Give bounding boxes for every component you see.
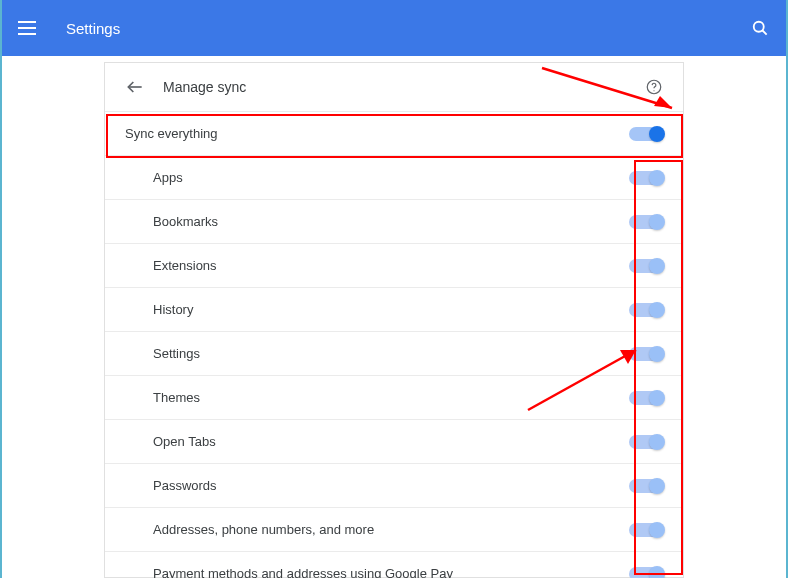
sync-item-label: Bookmarks [125, 214, 629, 229]
svg-point-0 [754, 22, 764, 32]
top-bar: Settings [2, 0, 786, 56]
history-toggle[interactable] [629, 303, 663, 317]
content-area: Manage sync Sync everything Apps Bookmar… [2, 56, 786, 578]
panel-header: Manage sync [105, 63, 683, 111]
addresses-toggle[interactable] [629, 523, 663, 537]
app-window: Settings Manage sync Sync everythin [0, 0, 788, 578]
sync-everything-row: Sync everything [105, 111, 683, 155]
app-title: Settings [66, 20, 750, 37]
sync-item-label: Addresses, phone numbers, and more [125, 522, 629, 537]
sync-item-label: Settings [125, 346, 629, 361]
bookmarks-toggle[interactable] [629, 215, 663, 229]
panel-title: Manage sync [163, 79, 645, 95]
themes-toggle[interactable] [629, 391, 663, 405]
apps-toggle[interactable] [629, 171, 663, 185]
sync-item-label: History [125, 302, 629, 317]
sync-item-row: Extensions [105, 243, 683, 287]
sync-item-row: Open Tabs [105, 419, 683, 463]
extensions-toggle[interactable] [629, 259, 663, 273]
svg-line-1 [763, 31, 767, 35]
settings-panel: Manage sync Sync everything Apps Bookmar… [104, 62, 684, 578]
passwords-toggle[interactable] [629, 479, 663, 493]
open-tabs-toggle[interactable] [629, 435, 663, 449]
sync-item-row: History [105, 287, 683, 331]
payment-toggle[interactable] [629, 567, 663, 579]
search-icon[interactable] [750, 18, 770, 38]
menu-icon[interactable] [18, 16, 42, 40]
sync-item-label: Open Tabs [125, 434, 629, 449]
sync-item-label: Apps [125, 170, 629, 185]
sync-item-label: Passwords [125, 478, 629, 493]
sync-item-row: Settings [105, 331, 683, 375]
sync-item-label: Extensions [125, 258, 629, 273]
sync-item-row: Addresses, phone numbers, and more [105, 507, 683, 551]
sync-item-label: Payment methods and addresses using Goog… [125, 566, 629, 578]
sync-item-label: Themes [125, 390, 629, 405]
sync-item-row: Passwords [105, 463, 683, 507]
help-icon[interactable] [645, 78, 663, 96]
sync-item-row: Bookmarks [105, 199, 683, 243]
sync-item-row: Themes [105, 375, 683, 419]
sync-everything-label: Sync everything [125, 126, 629, 141]
back-arrow-icon[interactable] [125, 77, 145, 97]
sync-everything-toggle[interactable] [629, 127, 663, 141]
svg-point-4 [653, 90, 654, 91]
sync-item-row: Apps [105, 155, 683, 199]
sync-item-row: Payment methods and addresses using Goog… [105, 551, 683, 578]
settings-toggle[interactable] [629, 347, 663, 361]
